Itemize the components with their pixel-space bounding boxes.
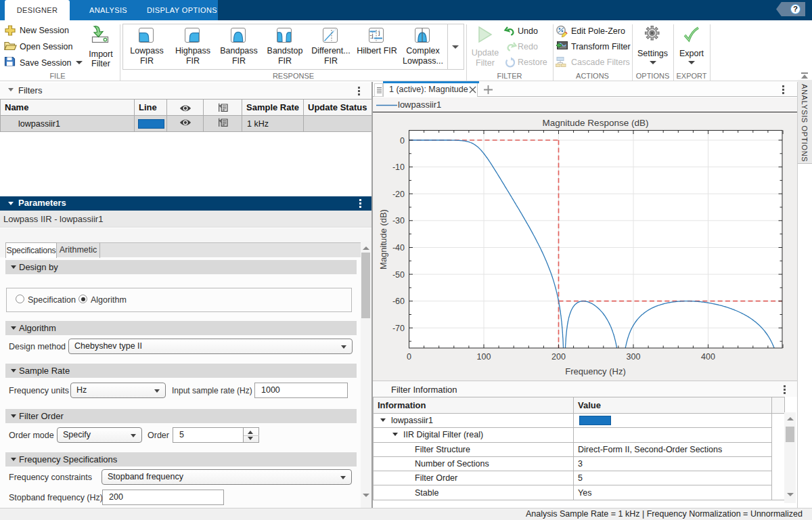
svg-text:Frequency (Hz): Frequency (Hz) [565, 366, 626, 376]
svg-text:Magnitude Response (dB): Magnitude Response (dB) [543, 118, 649, 128]
svg-text:-50: -50 [392, 270, 405, 280]
svg-text:0: 0 [407, 352, 411, 362]
svg-text:Magnitude (dB): Magnitude (dB) [378, 209, 388, 269]
svg-text:200: 200 [551, 352, 566, 362]
svg-text:-40: -40 [392, 243, 405, 253]
svg-text:-20: -20 [392, 190, 405, 199]
svg-text:100: 100 [477, 352, 491, 362]
svg-text:-70: -70 [392, 324, 405, 333]
svg-text:-60: -60 [392, 297, 405, 306]
svg-text:j: j [378, 29, 380, 36]
svg-text:-j: -j [370, 32, 374, 39]
svg-text:-30: -30 [392, 216, 405, 225]
svg-text:300: 300 [627, 352, 641, 362]
svg-text:0: 0 [400, 136, 405, 146]
svg-text:-10: -10 [392, 162, 405, 172]
svg-text:400: 400 [701, 352, 715, 362]
